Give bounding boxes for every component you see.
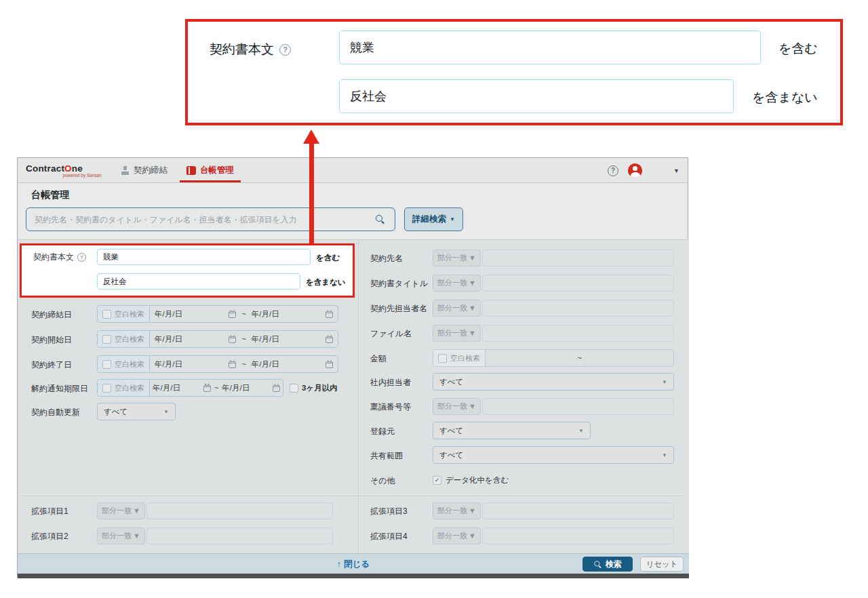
- field-row-ext-3: 部分一致 ▼: [433, 502, 674, 519]
- checkbox-icon[interactable]: [102, 335, 111, 344]
- ext-2-match-select[interactable]: 部分一致 ▼: [97, 527, 145, 544]
- chevron-down-icon: ▼: [450, 216, 455, 222]
- date-to-input[interactable]: 年/月/日: [219, 380, 283, 396]
- search-icon[interactable]: [376, 215, 384, 224]
- calendar-icon[interactable]: [326, 336, 333, 343]
- ext-1-input[interactable]: [146, 502, 333, 519]
- field-label-end-date: 契約終了日: [31, 359, 72, 371]
- internal-manager-select[interactable]: すべて ▼: [433, 373, 674, 391]
- field-label-other: その他: [370, 475, 395, 487]
- date-from-input[interactable]: 年/月/日: [150, 306, 241, 322]
- advanced-search-label: 詳細検索: [412, 214, 446, 225]
- ringi-number-input[interactable]: [482, 398, 674, 415]
- field-row-ringi-number: 部分一致 ▼: [433, 397, 674, 415]
- chevron-down-icon: ▼: [469, 304, 476, 312]
- header-right-actions: ? ▼: [608, 158, 688, 183]
- registration-source-select[interactable]: すべて ▼: [433, 422, 591, 439]
- checkbox-icon[interactable]: [102, 310, 111, 319]
- calendar-icon[interactable]: [229, 361, 236, 368]
- checkbox-checked-icon[interactable]: ✓: [433, 476, 441, 485]
- screenshot-root: 契約書本文 ? を含む を含まない ContractOne powered by…: [0, 0, 868, 598]
- ext-3-input[interactable]: [482, 502, 674, 519]
- calendar-icon[interactable]: [203, 385, 211, 392]
- contract-title-input[interactable]: [482, 275, 674, 292]
- ext-1-match-select[interactable]: 部分一致 ▼: [97, 502, 145, 519]
- ext-4-match-select[interactable]: 部分一致 ▼: [433, 527, 481, 544]
- chevron-down-icon[interactable]: ▼: [673, 167, 679, 174]
- advanced-search-button[interactable]: 詳細検索 ▼: [404, 207, 463, 231]
- checkbox-icon[interactable]: [290, 384, 298, 393]
- field-label-start-date: 契約開始日: [31, 334, 72, 346]
- field-row-file-name: 部分一致 ▼: [433, 324, 674, 342]
- blank-search-option[interactable]: 空白検索: [98, 306, 150, 322]
- cancel-notice-range-group: 空白検索 年/月/日 ~ 年/月/日: [97, 379, 283, 397]
- contract-one-logo[interactable]: ContractOne powered by Sansan: [26, 158, 102, 182]
- field-label-internal-manager: 社内担当者: [370, 377, 411, 388]
- partner-name-match-select[interactable]: 部分一致 ▼: [433, 250, 481, 266]
- amount-range-inputs[interactable]: ~: [486, 350, 673, 366]
- calendar-icon[interactable]: [229, 311, 236, 318]
- file-name-match-select[interactable]: 部分一致 ▼: [433, 325, 481, 342]
- help-icon[interactable]: ?: [608, 165, 618, 176]
- search-submit-button[interactable]: 検索: [583, 557, 633, 572]
- search-input[interactable]: [26, 207, 395, 231]
- field-label-auto-renew: 契約自動更新: [31, 407, 80, 418]
- date-to-input[interactable]: 年/月/日: [247, 356, 338, 372]
- ext-4-input[interactable]: [482, 527, 674, 544]
- calendar-icon[interactable]: [273, 385, 280, 392]
- within-3-months-option[interactable]: 3ヶ月以内: [290, 383, 338, 393]
- calendar-icon[interactable]: [326, 361, 333, 368]
- blank-search-option[interactable]: 空白検索: [98, 380, 150, 396]
- contract-body-exclude-input[interactable]: [97, 273, 300, 290]
- help-icon[interactable]: ?: [279, 44, 291, 56]
- column-divider: [358, 240, 359, 554]
- help-icon[interactable]: ?: [77, 253, 86, 262]
- checkbox-icon[interactable]: [102, 360, 111, 369]
- include-digitizing-option[interactable]: ✓ データ化中を含む: [433, 475, 509, 485]
- chevron-down-icon: ▼: [469, 532, 476, 540]
- contract-body-include-input[interactable]: [97, 249, 311, 265]
- partner-contact-input[interactable]: [482, 300, 674, 317]
- contract-body-include-suffix: を含む: [316, 253, 340, 263]
- ext-2-input[interactable]: [146, 527, 333, 544]
- ext-section-divider: [23, 496, 684, 496]
- share-scope-select[interactable]: すべて ▼: [433, 446, 674, 464]
- chevron-down-icon: ▼: [469, 506, 476, 515]
- tab-ledger-management[interactable]: 台帳管理: [180, 158, 241, 182]
- blank-search-option[interactable]: 空白検索: [433, 350, 486, 366]
- callout-include-suffix: を含む: [778, 40, 818, 58]
- calendar-icon[interactable]: [229, 336, 236, 343]
- partner-name-input[interactable]: [482, 250, 674, 266]
- ringi-number-match-select[interactable]: 部分一致 ▼: [433, 398, 481, 415]
- blank-search-option[interactable]: 空白検索: [98, 356, 150, 372]
- user-avatar[interactable]: [628, 163, 642, 178]
- callout-include-input[interactable]: [339, 31, 761, 64]
- blank-search-option[interactable]: 空白検索: [98, 331, 150, 347]
- chevron-down-icon: ▼: [578, 428, 584, 434]
- contract-body-label-text: 契約書本文: [210, 41, 274, 58]
- field-row-amount: 空白検索 ~: [433, 349, 674, 367]
- file-name-input[interactable]: [482, 325, 674, 342]
- date-from-input[interactable]: 年/月/日: [150, 380, 214, 396]
- chevron-down-icon: ▼: [163, 409, 169, 415]
- date-to-input[interactable]: 年/月/日: [247, 331, 338, 347]
- tab-contract-sign[interactable]: 契約締結: [114, 158, 174, 182]
- partner-contact-match-select[interactable]: 部分一致 ▼: [433, 300, 481, 317]
- field-row-ext-4: 部分一致 ▼: [433, 527, 674, 544]
- callout-exclude-input[interactable]: [339, 79, 734, 113]
- contract-title-match-select[interactable]: 部分一致 ▼: [433, 275, 481, 292]
- field-row-partner-name: 部分一致 ▼: [433, 249, 674, 266]
- range-tilde: ~: [241, 360, 247, 368]
- checkbox-icon[interactable]: [102, 384, 111, 393]
- field-row-partner-contact: 部分一致 ▼: [433, 299, 674, 317]
- date-to-input[interactable]: 年/月/日: [247, 306, 338, 322]
- auto-renew-select[interactable]: すべて ▼: [97, 403, 176, 420]
- checkbox-icon[interactable]: [438, 354, 447, 363]
- date-from-input[interactable]: 年/月/日: [150, 331, 241, 347]
- ext-3-match-select[interactable]: 部分一致 ▼: [433, 502, 481, 519]
- date-from-input[interactable]: 年/月/日: [150, 356, 241, 372]
- app-header: ContractOne powered by Sansan 契約締結 台帳管理 …: [18, 158, 688, 183]
- reset-button[interactable]: リセット: [640, 557, 684, 572]
- calendar-icon[interactable]: [326, 311, 333, 318]
- app-window: ContractOne powered by Sansan 契約締結 台帳管理 …: [17, 157, 688, 578]
